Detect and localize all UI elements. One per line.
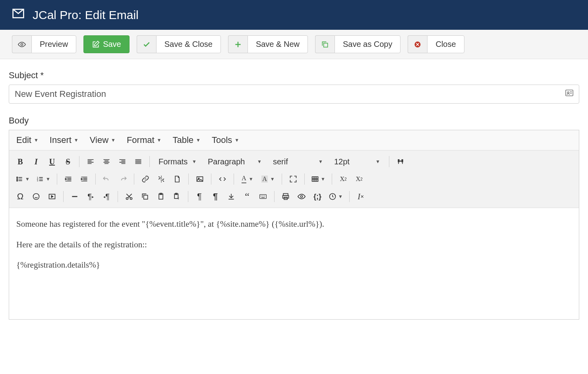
align-center-button[interactable] (99, 154, 114, 169)
body-label: Body (9, 116, 579, 126)
separator (282, 174, 282, 185)
svg-rect-29 (283, 196, 289, 199)
caret-down-icon: ▼ (234, 137, 239, 143)
ltr-button[interactable]: ¶▸ (83, 189, 98, 204)
menu-format[interactable]: Format ▼ (127, 135, 162, 145)
blockquote-button[interactable]: “ (240, 189, 254, 204)
menu-table[interactable]: Table ▼ (173, 135, 201, 145)
save-copy-button[interactable]: Save as Copy (335, 35, 401, 53)
text-color-button[interactable]: A▼ (238, 172, 257, 186)
rich-text-editor: Edit ▼ Insert ▼ View ▼ Format ▼ Table ▼ … (9, 130, 579, 320)
show-blocks-button[interactable]: ¶ (208, 189, 222, 204)
table-button[interactable]: ▼ (309, 172, 328, 186)
svg-point-4 (567, 92, 569, 93)
superscript-button[interactable]: X2 (352, 172, 366, 186)
separator (118, 191, 118, 202)
save-close-icon-button[interactable] (137, 35, 156, 53)
formats-select[interactable]: Formats▼ (154, 155, 201, 169)
svg-point-9 (17, 179, 18, 180)
menu-insert[interactable]: Insert ▼ (50, 135, 79, 145)
svg-rect-7 (400, 161, 402, 162)
numbered-list-button[interactable]: 123▼ (34, 172, 53, 186)
close-button[interactable]: Close (427, 35, 464, 53)
insert-datetime-button[interactable]: ▼ (326, 189, 345, 204)
subject-input[interactable] (9, 85, 579, 104)
background-color-button[interactable]: A▼ (259, 172, 278, 186)
separator (188, 191, 188, 202)
paste-button[interactable] (154, 189, 168, 204)
check-icon (143, 40, 151, 48)
media-button[interactable] (45, 189, 59, 204)
caret-down-icon: ▼ (111, 137, 116, 143)
close-icon-button[interactable] (408, 35, 427, 53)
clear-formatting-button[interactable]: I✕ (354, 189, 368, 204)
horizontal-rule-button[interactable] (68, 189, 82, 204)
editor-toolbar: B I U S Formats▼ Paragraph▼ serif▼ 12pt▼… (9, 150, 579, 208)
copy-icon (321, 40, 329, 48)
indent-button[interactable] (77, 172, 91, 186)
separator (79, 156, 79, 167)
preview-button[interactable]: Preview (31, 35, 76, 53)
fullscreen-button[interactable] (286, 172, 300, 186)
caret-down-icon: ▼ (196, 137, 201, 143)
show-invisible-button[interactable]: ¶ (192, 189, 207, 204)
rtl-button[interactable]: ◂¶ (99, 189, 114, 204)
menu-tools[interactable]: Tools ▼ (212, 135, 239, 145)
keyboard-button[interactable] (256, 189, 270, 204)
anchor-button[interactable] (170, 172, 184, 186)
copy-button[interactable] (138, 189, 152, 204)
body-paragraph: {%registration.details%} (16, 258, 572, 272)
bold-button[interactable]: B (13, 154, 27, 169)
menu-edit[interactable]: Edit ▼ (16, 135, 39, 145)
contact-card-icon[interactable] (564, 89, 574, 100)
find-replace-button[interactable] (393, 154, 408, 169)
undo-button[interactable] (100, 172, 114, 186)
save-close-button[interactable]: Save & Close (156, 35, 221, 53)
save-new-icon-button[interactable] (228, 35, 248, 53)
bullet-list-button[interactable]: ▼ (13, 172, 32, 186)
separator (234, 174, 234, 185)
save-button[interactable]: Save (83, 35, 130, 53)
menu-view[interactable]: View ▼ (90, 135, 116, 145)
emoticons-button[interactable] (29, 189, 43, 204)
redo-button[interactable] (116, 172, 130, 186)
subject-label: Subject * (9, 70, 579, 81)
italic-button[interactable]: I (29, 154, 43, 169)
paste-text-button[interactable]: T (170, 189, 184, 204)
align-right-button[interactable] (115, 154, 130, 169)
nonbreaking-button[interactable] (224, 189, 238, 204)
separator (389, 156, 389, 167)
close-circle-icon (414, 40, 422, 48)
code-sample-button[interactable]: {;} (310, 189, 325, 204)
editor-content-area[interactable]: Someone has registered for the event "{%… (9, 208, 579, 319)
body-paragraph: Here are the details of the registration… (16, 238, 572, 252)
font-size-select[interactable]: 12pt▼ (329, 155, 385, 169)
subscript-button[interactable]: X2 (336, 172, 350, 186)
page-title: JCal Pro: Edit Email (33, 8, 139, 22)
svg-point-19 (126, 198, 128, 200)
unlink-button[interactable] (154, 172, 168, 186)
strikethrough-button[interactable]: S (61, 154, 75, 169)
preview-editor-button[interactable] (294, 189, 309, 204)
link-button[interactable] (138, 172, 153, 186)
block-select[interactable]: Paragraph▼ (203, 155, 267, 169)
font-family-select[interactable]: serif▼ (268, 155, 328, 169)
align-justify-button[interactable] (131, 154, 145, 169)
separator (149, 156, 150, 167)
preview-icon-button[interactable] (12, 35, 31, 53)
align-left-button[interactable] (83, 154, 98, 169)
save-new-button[interactable]: Save & New (248, 35, 308, 53)
print-button[interactable] (279, 189, 293, 204)
image-button[interactable] (193, 172, 207, 186)
source-code-button[interactable] (215, 172, 230, 186)
underline-button[interactable]: U (45, 154, 59, 169)
outdent-button[interactable] (61, 172, 75, 186)
caret-down-icon: ▼ (34, 137, 39, 143)
save-icon (92, 40, 100, 48)
svg-point-31 (301, 196, 303, 198)
special-character-button[interactable]: Ω (13, 189, 27, 204)
body-paragraph: Someone has registered for the event "{%… (16, 218, 572, 231)
save-copy-icon-button[interactable] (315, 35, 335, 53)
separator (211, 174, 211, 185)
cut-button[interactable] (122, 189, 136, 204)
